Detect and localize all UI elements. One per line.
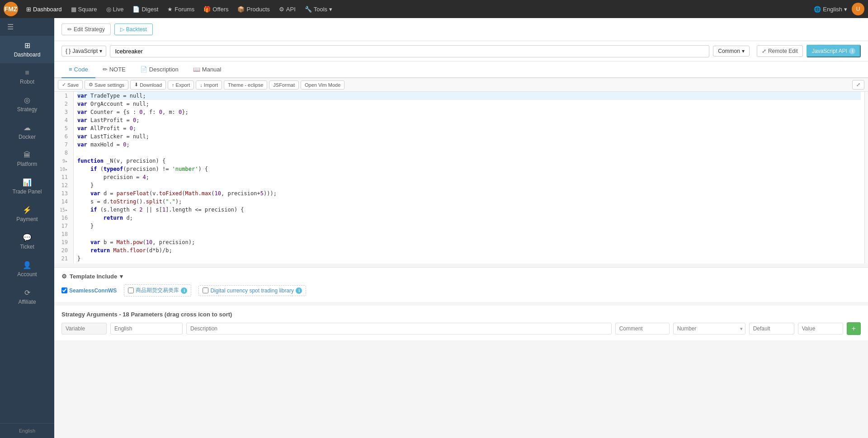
- backtest-icon: ▷: [120, 26, 124, 33]
- sidebar-item-ticket[interactable]: 💬 Ticket: [0, 228, 54, 255]
- sidebar-strategy-label: Strategy: [17, 106, 38, 113]
- import-button[interactable]: ↓ Import: [196, 80, 222, 89]
- code-line: var b = Math.pow(10, precision);: [77, 238, 861, 246]
- backtest-button[interactable]: ▷ Backtest: [114, 24, 153, 35]
- template-include-title: Template Include: [70, 273, 117, 280]
- code-line: s = d.toString().split(".");: [77, 198, 861, 206]
- code-line: precision = 4;: [77, 173, 861, 181]
- sidebar-item-payment[interactable]: ⚡ Payment: [0, 200, 54, 228]
- sidebar-payment-icon: ⚡: [23, 206, 32, 214]
- template-checkbox-seamless[interactable]: [61, 287, 67, 293]
- sidebar-strategy-icon: ◎: [24, 96, 30, 104]
- language-selector[interactable]: 🌐 English ▾: [814, 6, 847, 13]
- code-line: var LastProfit = 0;: [77, 116, 861, 124]
- import-label: Import: [204, 82, 218, 88]
- export-icon: ↑: [172, 82, 175, 88]
- sidebar-item-trade-panel[interactable]: 📊 Trade Panel: [0, 173, 54, 200]
- template-label-seamless[interactable]: SeamlessConnWS: [69, 287, 117, 294]
- default-input[interactable]: [749, 323, 794, 334]
- futures-info-icon[interactable]: ℹ: [181, 287, 187, 294]
- strategy-name-input[interactable]: [110, 45, 709, 57]
- code-line: }: [77, 181, 861, 189]
- forums-icon: ★: [167, 6, 173, 13]
- number-col: ▾: [673, 323, 745, 334]
- sidebar-trade-panel-icon: 📊: [23, 178, 32, 187]
- variable-input[interactable]: [61, 323, 107, 334]
- save-button[interactable]: ✓ Save: [58, 80, 83, 89]
- template-checkbox-digital[interactable]: [203, 287, 208, 293]
- tab-description[interactable]: 📄 Description: [133, 61, 186, 78]
- js-api-button[interactable]: JavaScript API ℹ: [807, 45, 861, 57]
- live-icon: ◎: [106, 6, 111, 13]
- nav-live[interactable]: ◎ Live: [102, 6, 128, 13]
- line-numbers: 123456789▸10▸1112131415▸16171819202122: [54, 92, 74, 264]
- language-select-dropdown[interactable]: { } JavaScript ▾: [61, 46, 106, 57]
- edit-strategy-button[interactable]: ✏ Edit Strategy: [61, 24, 111, 35]
- save-settings-button[interactable]: ⚙ Save settings: [85, 80, 128, 89]
- remote-edit-button[interactable]: ⤢ Remote Edit: [757, 45, 803, 57]
- nav-forums[interactable]: ★ Forums: [163, 6, 199, 13]
- tips-input[interactable]: [615, 323, 670, 334]
- nav-offers-label: Offers: [212, 6, 228, 13]
- sidebar-item-strategy[interactable]: ◎ Strategy: [0, 90, 54, 118]
- sidebar-item-account[interactable]: 👤 Account: [0, 255, 54, 283]
- english-col: [110, 323, 183, 334]
- template-include-header[interactable]: ⚙ Template Include ▾: [61, 273, 861, 280]
- code-lines[interactable]: var TradeType = null;var OrgAccount = nu…: [74, 92, 864, 264]
- export-button[interactable]: ↑ Export: [168, 80, 194, 89]
- nav-dashboard-label: Dashboard: [33, 6, 62, 13]
- fullscreen-button[interactable]: ⤢: [852, 80, 864, 89]
- sidebar-robot-label: Robot: [20, 79, 34, 85]
- open-vim-button[interactable]: Open Vim Mode: [301, 80, 344, 89]
- template-label-futures[interactable]: 商品期货交易类库: [136, 287, 179, 294]
- variable-col: [61, 323, 107, 334]
- description-input[interactable]: [186, 323, 612, 334]
- sidebar-item-dashboard[interactable]: ⊞ Dashboard: [0, 36, 54, 63]
- theme-selector[interactable]: Theme - eclipse: [224, 80, 267, 89]
- user-avatar[interactable]: U: [852, 3, 864, 15]
- add-argument-button[interactable]: +: [847, 322, 861, 335]
- sidebar-toggle[interactable]: ☰: [0, 18, 54, 36]
- nav-api[interactable]: ⚙ API: [274, 6, 300, 13]
- save-settings-label: Save settings: [94, 82, 124, 88]
- code-container[interactable]: 123456789▸10▸1112131415▸16171819202122 v…: [54, 92, 868, 264]
- template-label-digital[interactable]: Digital currency spot trading library: [210, 287, 294, 294]
- nav-square[interactable]: ▦ Square: [66, 6, 102, 13]
- value-input[interactable]: [798, 323, 843, 334]
- number-input[interactable]: [673, 323, 745, 334]
- jsformat-button[interactable]: JSFormat: [269, 80, 299, 89]
- edit-icon: ✏: [67, 26, 72, 33]
- download-button[interactable]: ⬇ Download: [130, 80, 166, 89]
- digital-info-icon[interactable]: ℹ: [296, 287, 302, 294]
- jsformat-label: JSFormat: [273, 82, 295, 88]
- sidebar-item-docker[interactable]: ☁ Docker: [0, 118, 54, 146]
- tab-code[interactable]: ≡ Code: [61, 61, 95, 78]
- sidebar-docker-label: Docker: [19, 134, 36, 140]
- template-checkbox-futures[interactable]: [128, 287, 134, 293]
- code-line: var OrgAccount = null;: [77, 100, 861, 108]
- edit-strategy-label: Edit Strategy: [74, 26, 105, 33]
- code-line: function _N(v, precision) {: [77, 157, 861, 165]
- nav-tools[interactable]: 🔧 Tools ▾: [300, 6, 337, 13]
- nav-digest[interactable]: 📄 Digest: [128, 6, 163, 13]
- fullscreen-icon: ⤢: [856, 82, 860, 88]
- code-line: return Math.floor(d*b)/b;: [77, 246, 861, 254]
- template-icon: ⚙: [61, 273, 67, 280]
- description-col: [186, 323, 612, 334]
- tab-manual[interactable]: 📖 Manual: [186, 61, 229, 78]
- nav-products[interactable]: 📦 Products: [233, 6, 274, 13]
- js-api-label: JavaScript API: [812, 48, 847, 54]
- tab-note[interactable]: ✏ NOTE: [95, 61, 133, 78]
- sidebar-item-robot[interactable]: ≡ Robot: [0, 63, 54, 90]
- save-checkmark-icon: ✓: [62, 82, 66, 88]
- sidebar-item-affiliate[interactable]: ⟳ Affiliate: [0, 283, 54, 311]
- nav-dashboard[interactable]: ⊞ Dashboard: [22, 6, 66, 13]
- nav-offers[interactable]: 🎁 Offers: [199, 6, 233, 13]
- common-select-dropdown[interactable]: Common ▾: [713, 46, 750, 57]
- tab-description-label: Description: [149, 66, 179, 73]
- sidebar-item-platform[interactable]: 🏛 Platform: [0, 146, 54, 173]
- english-input[interactable]: [110, 323, 183, 334]
- note-tab-icon: ✏: [103, 66, 108, 73]
- tab-code-label: Code: [74, 66, 88, 73]
- code-line: var Counter = {s : 0, f: 0, m: 0};: [77, 108, 861, 116]
